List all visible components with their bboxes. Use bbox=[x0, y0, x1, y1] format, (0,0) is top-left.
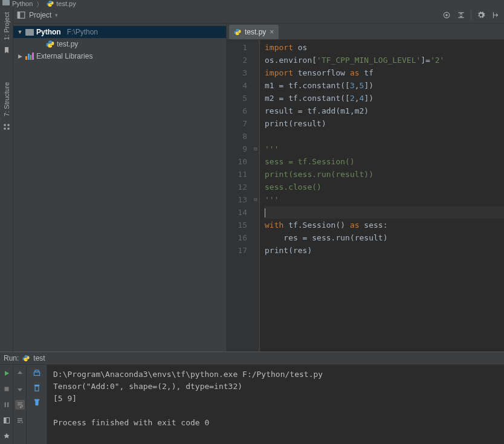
svg-rect-13 bbox=[34, 372, 39, 376]
structure-icon[interactable] bbox=[2, 123, 11, 131]
folder-icon bbox=[25, 29, 34, 36]
gutter-line: 1 bbox=[227, 41, 247, 54]
code-line[interactable]: sess = tf.Session() bbox=[265, 155, 504, 168]
code-line[interactable]: res = sess.run(result) bbox=[265, 231, 504, 244]
python-file-icon bbox=[46, 40, 54, 48]
code-line[interactable]: sess.close() bbox=[265, 181, 504, 193]
left-tool-strip: 1: Project 7: Structure bbox=[0, 7, 13, 352]
code-editor[interactable]: 1234567891011121314151617 ⊟⊟ import osos… bbox=[227, 40, 504, 352]
gutter-line: 2 bbox=[227, 54, 247, 66]
run-panel: D:\Program\Anaconda3\envs\tf\python.exe … bbox=[0, 365, 504, 444]
project-pane-icon bbox=[17, 11, 25, 19]
editor-tab[interactable]: test.py × bbox=[229, 25, 279, 39]
run-console[interactable]: D:\Program\Anaconda3\envs\tf\python.exe … bbox=[47, 365, 504, 444]
gutter-line: 3 bbox=[227, 66, 247, 79]
scroll-to-end-button[interactable] bbox=[15, 416, 25, 425]
folder-icon bbox=[2, 0, 10, 5]
clear-button[interactable] bbox=[32, 383, 42, 393]
pause-button[interactable] bbox=[2, 400, 11, 410]
project-combo[interactable]: Project ▾ bbox=[17, 11, 58, 19]
gutter-line: 9 bbox=[227, 143, 247, 155]
run-toolcol-c bbox=[27, 365, 47, 444]
rerun-button[interactable] bbox=[2, 368, 11, 378]
code-line[interactable]: os.environ['TF_CPP_MIN_LOG_LEVEL']='2' bbox=[265, 54, 504, 66]
gutter-line: 11 bbox=[227, 168, 247, 181]
python-file-icon bbox=[47, 0, 54, 7]
hide-icon[interactable] bbox=[491, 10, 500, 20]
tree-root[interactable]: ▼ Python F:\Python bbox=[13, 26, 226, 38]
project-tree: ▼ Python F:\Python test.py ▶ bbox=[13, 24, 227, 352]
code-line[interactable]: result = tf.add(m1,m2) bbox=[265, 105, 504, 117]
svg-rect-0 bbox=[4, 124, 5, 126]
code-line[interactable]: print(result) bbox=[265, 117, 504, 130]
run-config-name: test bbox=[33, 354, 45, 362]
python-file-icon bbox=[234, 28, 241, 36]
gutter-line: 10 bbox=[227, 155, 247, 168]
tool-project[interactable]: 1: Project bbox=[3, 10, 10, 42]
code-line[interactable]: m2 = tf.constant([2,4]) bbox=[265, 92, 504, 105]
gutter-line: 6 bbox=[227, 105, 247, 117]
external-libraries-icon bbox=[25, 53, 34, 60]
tree-external-libraries[interactable]: ▶ External Libraries bbox=[13, 50, 226, 62]
svg-rect-3 bbox=[7, 128, 9, 130]
stop-button[interactable] bbox=[2, 384, 11, 394]
gutter-line: 16 bbox=[227, 231, 247, 244]
breadcrumb-file[interactable]: test.py bbox=[56, 0, 76, 7]
restore-layout-button[interactable] bbox=[2, 416, 11, 425]
breadcrumb-root[interactable]: Python bbox=[12, 0, 33, 7]
code-line[interactable]: ''' bbox=[265, 193, 504, 206]
code-line[interactable]: print(res) bbox=[265, 244, 504, 257]
svg-rect-16 bbox=[35, 386, 39, 391]
run-header: Run: test bbox=[0, 352, 504, 365]
run-header-label: Run: bbox=[4, 354, 19, 362]
gutter-line: 5 bbox=[227, 92, 247, 105]
gutter-line: 14 bbox=[227, 206, 247, 219]
gutter-line: 8 bbox=[227, 130, 247, 143]
chevron-right-icon: ▶ bbox=[17, 53, 23, 59]
svg-rect-12 bbox=[4, 418, 6, 423]
gutter-line: 12 bbox=[227, 181, 247, 193]
code-line[interactable]: import tensorflow as tf bbox=[265, 66, 504, 79]
code-line[interactable]: with tf.Session() as sess: bbox=[265, 219, 504, 231]
close-icon[interactable]: × bbox=[270, 28, 274, 36]
editor-tab-bar: test.py × bbox=[227, 24, 504, 40]
soft-wrap-button[interactable] bbox=[15, 400, 25, 410]
code-line[interactable] bbox=[265, 206, 504, 219]
print-button[interactable] bbox=[32, 368, 42, 378]
fold-marker[interactable]: ⊟ bbox=[253, 196, 259, 202]
collapse-all-icon[interactable] bbox=[456, 10, 466, 20]
gear-icon[interactable] bbox=[476, 10, 486, 20]
breadcrumb: Python 〉 test.py bbox=[0, 0, 504, 7]
tree-file[interactable]: test.py bbox=[13, 38, 226, 50]
locate-icon[interactable] bbox=[442, 10, 451, 20]
fold-marker[interactable]: ⊟ bbox=[253, 146, 259, 152]
gutter-line: 13 bbox=[227, 193, 247, 206]
tool-structure[interactable]: 7: Structure bbox=[3, 80, 10, 119]
run-toolcol-b bbox=[13, 365, 27, 444]
pin-button[interactable] bbox=[2, 431, 11, 441]
gutter-line: 4 bbox=[227, 79, 247, 92]
editor-tab-label: test.py bbox=[245, 28, 266, 36]
code-line[interactable]: m1 = tf.constant([3,5]) bbox=[265, 79, 504, 92]
svg-rect-1 bbox=[7, 124, 9, 126]
code-line[interactable]: ''' bbox=[265, 143, 504, 155]
chevron-down-icon: ▾ bbox=[55, 12, 58, 18]
code-line[interactable]: import os bbox=[265, 41, 504, 54]
python-file-icon bbox=[22, 355, 30, 362]
gutter-line: 15 bbox=[227, 219, 247, 231]
svg-rect-14 bbox=[35, 370, 39, 372]
svg-point-7 bbox=[445, 14, 448, 16]
svg-rect-9 bbox=[4, 402, 6, 407]
svg-rect-8 bbox=[4, 387, 8, 391]
code-line[interactable] bbox=[265, 130, 504, 143]
run-toolcol-a bbox=[0, 365, 13, 444]
svg-rect-10 bbox=[7, 402, 9, 407]
gutter-line: 17 bbox=[227, 244, 247, 257]
svg-rect-5 bbox=[18, 12, 20, 19]
up-button[interactable] bbox=[15, 368, 25, 378]
project-header: Project ▾ bbox=[13, 7, 504, 24]
code-line[interactable]: print(sess.run(result)) bbox=[265, 168, 504, 181]
bookmark-icon[interactable] bbox=[2, 46, 11, 54]
trash-button[interactable] bbox=[32, 397, 42, 407]
down-button[interactable] bbox=[15, 384, 25, 394]
